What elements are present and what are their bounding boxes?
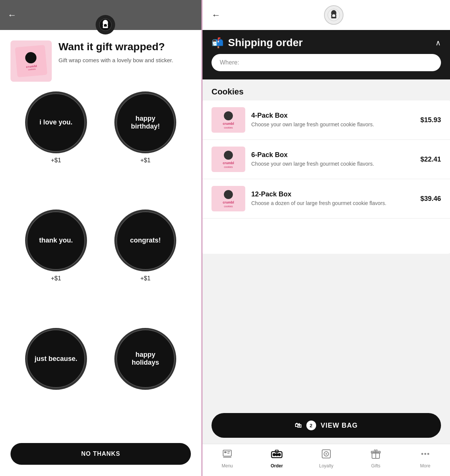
- right-header-center: [226, 5, 441, 25]
- nav-more[interactable]: More: [412, 449, 438, 469]
- gift-option-circle-5[interactable]: just because.: [25, 328, 87, 390]
- nav-menu-label: Menu: [222, 463, 233, 469]
- gift-option-price-4: +$1: [140, 275, 150, 282]
- left-logo: [96, 15, 115, 34]
- gift-option-label-5: just because.: [27, 355, 85, 363]
- gift-option-1: i love you. +$1: [15, 91, 97, 202]
- right-back-button[interactable]: ←: [212, 10, 220, 20]
- cookie-list: crumbl cookies 4-Pack Box Choose your ow…: [202, 100, 450, 254]
- cookie-info-3: 12-Pack Box Choose a dozen of our large …: [251, 190, 414, 207]
- right-chef-logo-icon: [327, 8, 340, 22]
- crumbl-box-inner: crumbl cookies: [25, 51, 38, 70]
- gift-option-price-1: +$1: [51, 157, 61, 164]
- gift-option-label-6: happy holidays: [116, 351, 174, 367]
- gift-option-circle-4[interactable]: congrats!: [114, 210, 176, 271]
- cookie-desc-2: Choose your own large fresh gourmet cook…: [251, 160, 414, 167]
- svg-point-26: [422, 453, 423, 455]
- cookies-section-header: Cookies: [202, 79, 450, 100]
- cookie-item-2[interactable]: crumbl cookies 6-Pack Box Choose your ow…: [202, 140, 450, 179]
- gift-option-5: just because.: [15, 328, 97, 432]
- gift-option-label-2: happy birthday!: [116, 115, 174, 130]
- bottom-navigation: Menu Order Loyal: [202, 444, 450, 476]
- gift-intro-section: crumbl cookies Want it gift wrapped? Gif…: [0, 30, 201, 88]
- svg-point-28: [428, 453, 429, 455]
- cookie-brand-1: crumbl: [223, 122, 234, 126]
- cookie-item-1[interactable]: crumbl cookies 4-Pack Box Choose your ow…: [202, 100, 450, 140]
- cookie-name-3: 12-Pack Box: [251, 190, 414, 198]
- where-label: Where:: [220, 59, 239, 66]
- order-icon: [271, 449, 283, 462]
- cookie-name-1: 4-Pack Box: [251, 112, 414, 120]
- crumbl-box-chef-icon: [25, 51, 37, 64]
- svg-rect-14: [223, 457, 231, 458]
- gift-option-circle-1[interactable]: i love you.: [25, 91, 87, 153]
- shipping-icon: 📬: [212, 37, 224, 49]
- cookie-brand-sub-3: cookies: [224, 205, 233, 208]
- nav-menu[interactable]: Menu: [214, 449, 240, 469]
- cookie-price-2: $22.41: [420, 156, 441, 163]
- nav-loyalty[interactable]: Loyalty: [313, 449, 339, 469]
- cookie-chef-icon-3: [224, 190, 233, 199]
- gift-title: Want it gift wrapped?: [58, 40, 173, 53]
- view-bag-label: VIEW BAG: [321, 422, 358, 430]
- gift-option-2: happy birthday! +$1: [105, 91, 187, 202]
- view-bag-button[interactable]: 🛍 2 VIEW BAG: [212, 413, 441, 438]
- gift-option-circle-2[interactable]: happy birthday!: [114, 91, 176, 153]
- more-icon: [420, 449, 430, 462]
- left-back-button[interactable]: ←: [8, 10, 16, 20]
- bag-badge: 2: [306, 421, 316, 430]
- cookie-info-1: 4-Pack Box Choose your own large fresh g…: [251, 112, 414, 128]
- cookie-logo-1: crumbl cookies: [213, 110, 243, 130]
- where-input[interactable]: Where:: [212, 54, 441, 71]
- menu-icon: [222, 449, 232, 462]
- cookie-desc-3: Choose a dozen of our large fresh gourme…: [251, 200, 414, 207]
- gift-option-price-3: +$1: [51, 275, 61, 282]
- cookie-item-3[interactable]: crumbl cookies 12-Pack Box Choose a doze…: [202, 179, 450, 219]
- gift-option-6: happy holidays: [105, 328, 187, 432]
- gift-option-price-2: +$1: [140, 157, 150, 164]
- nav-gifts[interactable]: Gifts: [363, 449, 389, 469]
- cookie-price-3: $39.46: [420, 195, 441, 203]
- left-panel: ← crumbl cookies: [0, 0, 202, 476]
- gift-description: Want it gift wrapped? Gift wrap comes wi…: [58, 40, 173, 64]
- cookie-logo-2: crumbl cookies: [213, 149, 243, 170]
- gift-option-circle-3[interactable]: thank you.: [25, 210, 87, 271]
- nav-loyalty-label: Loyalty: [319, 463, 333, 469]
- svg-point-22: [326, 453, 327, 455]
- shipping-collapse-button[interactable]: ∧: [435, 38, 441, 47]
- cookie-logo-3: crumbl cookies: [213, 189, 243, 209]
- nav-order[interactable]: Order: [264, 449, 290, 469]
- svg-point-3: [104, 24, 107, 27]
- shipping-title: 📬 Shipping order: [212, 37, 303, 49]
- svg-point-18: [278, 453, 281, 456]
- cookie-image-3: crumbl cookies: [212, 186, 245, 211]
- shipping-section: 📬 Shipping order ∧ Where:: [202, 30, 450, 79]
- cookie-desc-1: Choose your own large fresh gourmet cook…: [251, 121, 414, 128]
- svg-point-17: [275, 453, 278, 456]
- svg-rect-12: [227, 451, 230, 452]
- gift-subtitle: Gift wrap comes with a lovely bow and st…: [58, 56, 173, 64]
- nav-order-label: Order: [271, 463, 283, 469]
- right-logo: [324, 5, 344, 25]
- crumbl-box-image: crumbl cookies: [15, 45, 48, 78]
- svg-point-16: [273, 453, 276, 456]
- gift-image: crumbl cookies: [10, 40, 52, 82]
- empty-space: [202, 254, 450, 407]
- cookie-image-1: crumbl cookies: [212, 107, 245, 133]
- svg-rect-11: [224, 451, 226, 453]
- gift-option-circle-6[interactable]: happy holidays: [114, 328, 176, 390]
- svg-rect-13: [227, 453, 230, 454]
- gift-option-4: congrats! +$1: [105, 210, 187, 320]
- cookie-chef-icon-2: [224, 151, 233, 160]
- cookie-brand-2: crumbl: [223, 161, 234, 165]
- right-panel: ← 📬 Shipping order ∧ Where:: [202, 0, 450, 476]
- no-thanks-button[interactable]: NO THANKS: [10, 443, 191, 465]
- nav-gifts-label: Gifts: [371, 463, 381, 469]
- cookies-heading: Cookies: [212, 87, 441, 97]
- nav-more-label: More: [420, 463, 430, 469]
- svg-rect-9: [331, 17, 336, 18]
- right-header: ←: [202, 0, 450, 30]
- bag-icon: 🛍: [295, 422, 302, 430]
- crumbl-brand-sub: cookies: [28, 68, 36, 71]
- cookie-name-2: 6-Pack Box: [251, 151, 414, 159]
